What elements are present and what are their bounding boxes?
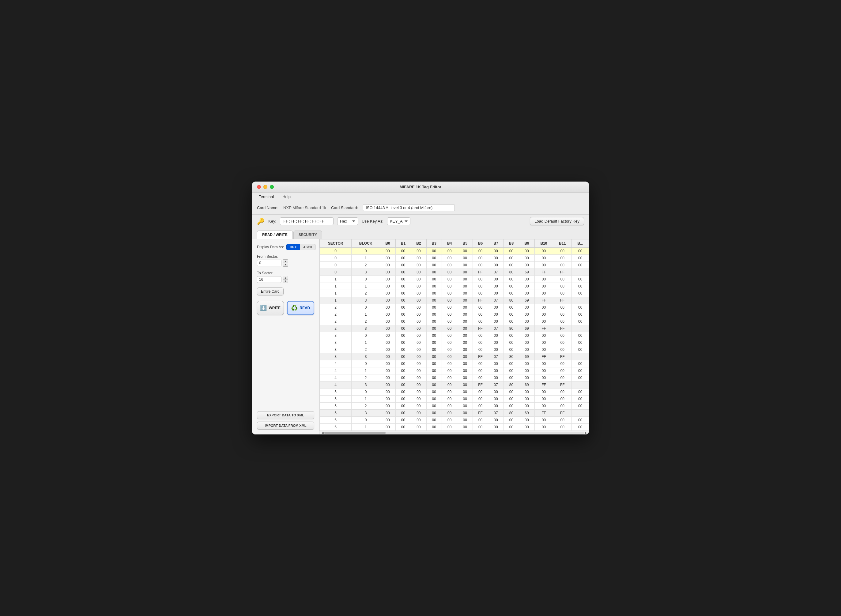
- cell-b8[interactable]: 00: [503, 417, 519, 424]
- cell-b2[interactable]: 00: [411, 311, 426, 318]
- cell-b10[interactable]: 00: [534, 318, 553, 325]
- cell-b6[interactable]: 00: [473, 262, 488, 269]
- cell-b0[interactable]: 00: [380, 262, 395, 269]
- table-wrapper[interactable]: SECTOR BLOCK B0 B1 B2 B3 B4 B5 B6 B7 B8 …: [320, 239, 589, 431]
- cell-b5[interactable]: 00: [457, 339, 473, 346]
- cell-b4[interactable]: 00: [442, 255, 457, 262]
- cell-b11[interactable]: FF: [553, 325, 572, 332]
- cell-b9[interactable]: 00: [519, 290, 534, 297]
- cell-b7[interactable]: 00: [488, 311, 503, 318]
- table-row[interactable]: 0200000000000000000000000000: [320, 262, 589, 269]
- cell-b2[interactable]: 00: [411, 424, 426, 431]
- table-row[interactable]: 33000000000000FF078069FFFF: [320, 353, 589, 360]
- cell-b5[interactable]: 00: [457, 255, 473, 262]
- cell-b0[interactable]: 00: [380, 325, 395, 332]
- cell-b1[interactable]: 00: [395, 325, 411, 332]
- minimize-button[interactable]: [263, 185, 267, 189]
- cell-b4[interactable]: 00: [442, 269, 457, 276]
- cell-b1[interactable]: 00: [395, 403, 411, 410]
- cell-b2[interactable]: 00: [411, 283, 426, 290]
- cell-b6[interactable]: 00: [473, 304, 488, 311]
- cell-b8[interactable]: 00: [503, 396, 519, 403]
- cell-b12[interactable]: 00: [572, 304, 589, 311]
- cell-b9[interactable]: 69: [519, 325, 534, 332]
- cell-b11[interactable]: 00: [553, 332, 572, 339]
- cell-b11[interactable]: 00: [553, 283, 572, 290]
- cell-b10[interactable]: 00: [534, 255, 553, 262]
- table-row[interactable]: 2000000000000000000000000000: [320, 304, 589, 311]
- cell-b12[interactable]: 00: [572, 318, 589, 325]
- key-format-select[interactable]: Hex ASCII: [337, 217, 358, 225]
- cell-b8[interactable]: 00: [503, 374, 519, 381]
- cell-b6[interactable]: FF: [473, 353, 488, 360]
- cell-b1[interactable]: 00: [395, 269, 411, 276]
- cell-b7[interactable]: 00: [488, 255, 503, 262]
- cell-b6[interactable]: FF: [473, 410, 488, 417]
- cell-b4[interactable]: 00: [442, 389, 457, 396]
- cell-b6[interactable]: 00: [473, 311, 488, 318]
- cell-b3[interactable]: 00: [426, 353, 442, 360]
- cell-b12[interactable]: 00: [572, 262, 589, 269]
- cell-b3[interactable]: 00: [426, 374, 442, 381]
- cell-b4[interactable]: 00: [442, 381, 457, 389]
- cell-b1[interactable]: 00: [395, 367, 411, 374]
- cell-b4[interactable]: 00: [442, 360, 457, 367]
- export-xml-button[interactable]: EXPORT DATA TO XML: [257, 411, 314, 419]
- cell-b10[interactable]: 00: [534, 248, 553, 255]
- cell-b7[interactable]: 00: [488, 424, 503, 431]
- cell-b4[interactable]: 00: [442, 276, 457, 283]
- cell-b10[interactable]: 00: [534, 276, 553, 283]
- cell-b9[interactable]: 00: [519, 339, 534, 346]
- cell-b4[interactable]: 00: [442, 346, 457, 353]
- read-button[interactable]: ♻️ READ: [287, 301, 314, 315]
- cell-b5[interactable]: 00: [457, 353, 473, 360]
- cell-b12[interactable]: [572, 297, 589, 304]
- cell-b2[interactable]: 00: [411, 318, 426, 325]
- table-row[interactable]: 3000000000000000000000000000: [320, 332, 589, 339]
- cell-b9[interactable]: 00: [519, 403, 534, 410]
- cell-b9[interactable]: 00: [519, 424, 534, 431]
- cell-b2[interactable]: 00: [411, 248, 426, 255]
- cell-b2[interactable]: 00: [411, 410, 426, 417]
- cell-b8[interactable]: 80: [503, 269, 519, 276]
- cell-b3[interactable]: 00: [426, 424, 442, 431]
- cell-b5[interactable]: 00: [457, 367, 473, 374]
- cell-b11[interactable]: FF: [553, 353, 572, 360]
- cell-b11[interactable]: 00: [553, 417, 572, 424]
- cell-b12[interactable]: [572, 325, 589, 332]
- cell-b8[interactable]: 00: [503, 346, 519, 353]
- cell-b7[interactable]: 07: [488, 297, 503, 304]
- table-row[interactable]: 3200000000000000000000000000: [320, 346, 589, 353]
- cell-b10[interactable]: 00: [534, 332, 553, 339]
- cell-b0[interactable]: 00: [380, 283, 395, 290]
- cell-b5[interactable]: 00: [457, 417, 473, 424]
- cell-b5[interactable]: 00: [457, 297, 473, 304]
- cell-b0[interactable]: 00: [380, 367, 395, 374]
- cell-b6[interactable]: 00: [473, 403, 488, 410]
- cell-b4[interactable]: 00: [442, 367, 457, 374]
- cell-b12[interactable]: 00: [572, 283, 589, 290]
- cell-b5[interactable]: 00: [457, 325, 473, 332]
- cell-b11[interactable]: 00: [553, 396, 572, 403]
- cell-b7[interactable]: 00: [488, 332, 503, 339]
- cell-b8[interactable]: 00: [503, 318, 519, 325]
- cell-b12[interactable]: 00: [572, 339, 589, 346]
- cell-b1[interactable]: 00: [395, 276, 411, 283]
- cell-b1[interactable]: 00: [395, 248, 411, 255]
- cell-b8[interactable]: 00: [503, 339, 519, 346]
- cell-b1[interactable]: 00: [395, 311, 411, 318]
- cell-b5[interactable]: 00: [457, 346, 473, 353]
- cell-b2[interactable]: 00: [411, 255, 426, 262]
- cell-b7[interactable]: 00: [488, 276, 503, 283]
- cell-b9[interactable]: 69: [519, 381, 534, 389]
- cell-b12[interactable]: [572, 410, 589, 417]
- cell-b6[interactable]: 00: [473, 276, 488, 283]
- table-row[interactable]: 13000000000000FF078069FFFF: [320, 297, 589, 304]
- cell-b8[interactable]: 00: [503, 403, 519, 410]
- cell-b7[interactable]: 00: [488, 367, 503, 374]
- cell-b7[interactable]: 00: [488, 389, 503, 396]
- cell-b2[interactable]: 00: [411, 290, 426, 297]
- cell-b4[interactable]: 00: [442, 417, 457, 424]
- cell-b2[interactable]: 00: [411, 346, 426, 353]
- cell-b2[interactable]: 00: [411, 353, 426, 360]
